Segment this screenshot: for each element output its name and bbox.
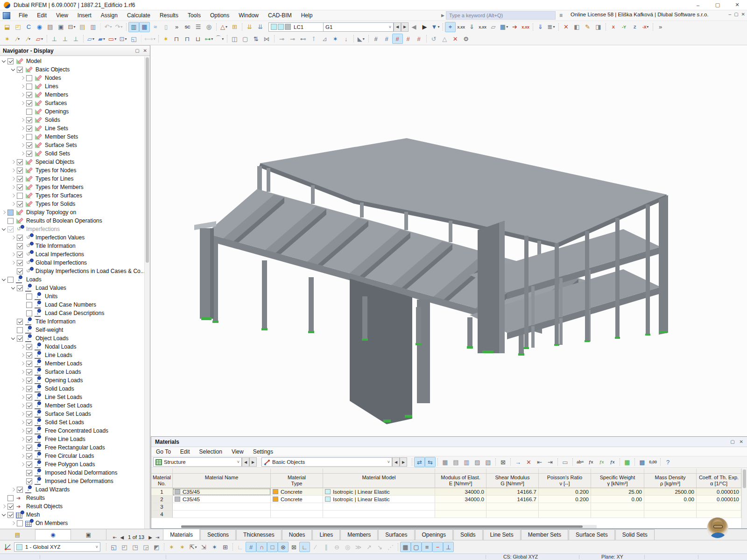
tree-checkbox[interactable] [17, 159, 23, 165]
tree-item[interactable]: Imperfection Values [0, 233, 144, 242]
expand-arrow-icon[interactable] [19, 469, 26, 476]
tree-item[interactable]: Load Wizards [0, 485, 144, 494]
expand-arrow-icon[interactable] [9, 267, 17, 275]
expand-arrow-icon[interactable] [9, 175, 17, 182]
table-tab[interactable]: Line Sets [483, 529, 521, 540]
shear-modulus-cell[interactable] [486, 503, 539, 511]
toolbar-button[interactable]: # [381, 34, 392, 44]
poisson-ratio-cell[interactable]: 0.200 [539, 488, 591, 496]
toolbar-button[interactable]: -X [640, 22, 651, 32]
expand-arrow-icon[interactable] [9, 326, 17, 334]
tree-checkbox[interactable] [26, 394, 32, 400]
menu-item[interactable]: Window [234, 10, 263, 21]
toolbar-button[interactable]: ⬓ [2, 22, 13, 32]
snap-toolbar-button[interactable]: ◱ [108, 542, 119, 552]
expand-arrow-icon[interactable] [19, 141, 26, 149]
toolbar-button[interactable]: ☰ [193, 22, 204, 32]
expand-arrow-icon[interactable] [19, 402, 26, 409]
expand-arrow-icon[interactable] [19, 125, 26, 132]
float-panel-icon[interactable]: ▢ [730, 439, 734, 444]
tree-checkbox[interactable] [17, 176, 23, 182]
expand-arrow-icon[interactable] [0, 225, 7, 233]
materials-menu-item[interactable]: Go To [151, 447, 176, 457]
toolbar-button[interactable]: x.xx [520, 22, 531, 32]
snap-toolbar-button[interactable]: ⊖ [331, 542, 342, 552]
table-horizontal-scrollbar[interactable] [181, 525, 597, 528]
toolbar-button[interactable]: ◨ [593, 22, 604, 32]
toolbar-button[interactable]: ⇓ [466, 22, 477, 32]
mdi-window-controls[interactable]: –▢✕ [729, 12, 745, 17]
tree-checkbox[interactable] [26, 294, 32, 300]
tree-checkbox[interactable] [7, 277, 14, 283]
toolbar-button[interactable]: ◰ [13, 22, 23, 32]
row-number-cell[interactable]: 1 [151, 488, 173, 496]
materials-menu-item[interactable]: Settings [248, 447, 278, 457]
tree-checkbox[interactable] [26, 151, 32, 157]
minimize-button[interactable]: – [688, 0, 708, 10]
toolbar-button[interactable]: » [171, 22, 182, 32]
thermal-expansion-cell[interactable] [697, 503, 741, 511]
toolbar-button[interactable]: ⊞ [229, 22, 240, 32]
expand-arrow-icon[interactable] [0, 217, 7, 224]
tree-checkbox[interactable] [26, 386, 32, 392]
expand-arrow-icon[interactable] [19, 108, 26, 115]
toolbar-button[interactable]: ⊿ [319, 34, 330, 44]
lc-next-button[interactable]: ▶ [401, 22, 409, 32]
toolbar-button[interactable]: ⊺ [309, 34, 319, 44]
materials-scrollbar[interactable] [741, 469, 747, 528]
tree-item[interactable]: Opening Loads [0, 376, 144, 385]
objects-next-button[interactable]: ▶ [400, 457, 407, 467]
tree-item[interactable]: Imposed Line Deformations [0, 477, 144, 485]
snap-toolbar-button[interactable]: ∥ [321, 542, 331, 552]
snap-toolbar-button[interactable]: ◳ [130, 542, 141, 552]
tree-item[interactable]: Members [0, 91, 144, 99]
column-header[interactable]: Specific Weight γ [kN/m³] [591, 474, 644, 488]
toolbar-button[interactable]: ⚙ [461, 34, 472, 44]
shear-modulus-cell[interactable] [486, 511, 539, 518]
tree-checkbox[interactable] [26, 310, 32, 316]
tree-checkbox[interactable] [26, 420, 32, 426]
float-panel-icon[interactable]: ▢ [135, 48, 139, 53]
menu-item[interactable]: Options [205, 10, 234, 21]
tree-checkbox[interactable] [17, 260, 23, 266]
tree-item[interactable]: Free Polygon Loads [0, 460, 144, 469]
tree-checkbox[interactable] [17, 184, 23, 190]
coordinate-system-combo[interactable]: 1 - Global XYZ ˅ [14, 542, 100, 552]
table-row[interactable]: 1 C35/45 Concrete Isotropic | Linear Ela… [151, 488, 741, 496]
snap-toolbar-button[interactable]: # [246, 542, 256, 552]
snap-toolbar-button[interactable]: ✶ [166, 542, 177, 552]
expand-arrow-icon[interactable] [9, 192, 17, 199]
snap-toolbar-button[interactable]: ⋰ [385, 542, 396, 552]
menu-item[interactable]: Results [155, 10, 183, 21]
materials-toolbar-button[interactable]: ▩ [637, 457, 648, 467]
toolbar-button[interactable]: ▱ [34, 34, 45, 44]
material-name-cell[interactable] [173, 503, 271, 511]
toolbar-button[interactable]: ◱ [128, 34, 139, 44]
thermal-expansion-cell[interactable]: 0.000010 [697, 488, 741, 496]
toolbar-button[interactable]: ⊸ [276, 34, 287, 44]
expand-arrow-icon[interactable] [9, 259, 17, 266]
expand-arrow-icon[interactable] [9, 519, 17, 527]
toolbar-button[interactable]: ▱ [488, 22, 499, 32]
tree-item[interactable]: Line Loads [0, 351, 144, 359]
tree-checkbox[interactable] [26, 361, 32, 367]
toolbar-button[interactable]: ⟷ [143, 34, 156, 44]
materials-toolbar-button[interactable]: ⇤ [534, 457, 545, 467]
toolbar-button[interactable]: ≣ [546, 22, 557, 32]
table-tab[interactable]: Member Sets [521, 529, 568, 540]
toolbar-button[interactable]: x.xx [456, 22, 466, 32]
structure-combo[interactable]: Structure ˅ [153, 457, 242, 467]
snap-toolbar-button[interactable]: □ [267, 542, 278, 552]
tree-item[interactable]: Free Line Loads [0, 435, 144, 443]
toolbar-button[interactable]: ⇅ [251, 34, 261, 44]
material-name-cell[interactable]: C35/45 [173, 488, 271, 496]
tree-item[interactable]: Display Imperfections in Load Cases & Co… [0, 267, 144, 275]
tree-checkbox[interactable] [26, 126, 32, 132]
navigator-tab[interactable]: ▤ [0, 529, 35, 540]
expand-arrow-icon[interactable] [19, 150, 26, 157]
prev-record-button[interactable]: ◀ [120, 535, 124, 540]
modulus-cell[interactable] [435, 511, 486, 518]
toolbar-button[interactable]: ◎ [204, 22, 214, 32]
material-type-cell[interactable] [271, 503, 323, 511]
menu-item[interactable]: Insert [73, 10, 96, 21]
